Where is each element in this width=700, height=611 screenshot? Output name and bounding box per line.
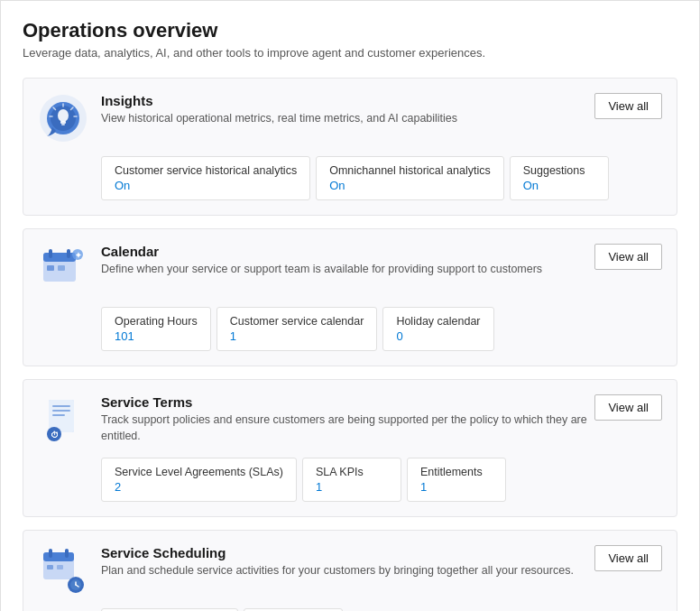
- svg-rect-28: [49, 549, 52, 558]
- page-subtitle: Leverage data, analytics, AI, and other …: [23, 46, 677, 60]
- item-value-service-terms-1[interactable]: 1: [316, 480, 388, 494]
- items-row-calendar: Operating Hours 101 Customer service cal…: [101, 307, 662, 351]
- view-all-button-service-scheduling[interactable]: View all: [594, 545, 662, 571]
- svg-point-3: [58, 109, 69, 122]
- section-top-calendar: ✦ Calendar Define when your service or s…: [38, 244, 662, 294]
- section-service-scheduling: Service Scheduling Plan and schedule ser…: [23, 530, 677, 611]
- item-value-service-terms-2[interactable]: 1: [420, 480, 493, 494]
- item-label-calendar-0: Operating Hours: [115, 315, 198, 328]
- item-card-calendar-0: Operating Hours 101: [101, 307, 211, 351]
- section-insights: Insights View historical operational met…: [23, 78, 677, 216]
- item-label-calendar-1: Customer service calendar: [230, 315, 364, 328]
- view-all-button-service-terms[interactable]: View all: [594, 394, 662, 421]
- section-title-insights: Insights: [101, 93, 594, 108]
- item-value-insights-2[interactable]: On: [523, 179, 595, 192]
- svg-rect-12: [43, 253, 76, 262]
- item-card-service-terms-1: SLA KPIs 1: [302, 458, 401, 502]
- view-all-button-insights[interactable]: View all: [594, 93, 662, 119]
- svg-rect-13: [49, 249, 52, 258]
- svg-rect-16: [58, 265, 65, 271]
- item-label-insights-0: Customer service historical analytics: [115, 164, 297, 177]
- section-info-service-terms: Service Terms Track support policies and…: [101, 394, 594, 444]
- section-left-service-scheduling: Service Scheduling Plan and schedule ser…: [38, 545, 594, 596]
- item-card-calendar-1: Customer service calendar 1: [216, 307, 378, 351]
- svg-rect-30: [47, 565, 53, 569]
- section-desc-service-terms: Track support policies and ensure custom…: [101, 412, 594, 444]
- item-card-insights-2: Suggestions On: [510, 156, 609, 200]
- section-top-service-scheduling: Service Scheduling Plan and schedule ser…: [38, 545, 662, 596]
- section-info-calendar: Calendar Define when your service or sup…: [101, 244, 594, 278]
- section-calendar: ✦ Calendar Define when your service or s…: [23, 228, 677, 366]
- section-left-service-terms: ⏱ Service Terms Track support policies a…: [38, 394, 594, 445]
- item-label-insights-2: Suggestions: [523, 164, 595, 177]
- svg-rect-29: [65, 549, 69, 558]
- item-value-insights-0[interactable]: On: [115, 179, 297, 192]
- section-title-service-terms: Service Terms: [101, 394, 594, 410]
- item-value-calendar-2[interactable]: 0: [396, 329, 480, 343]
- svg-rect-4: [60, 121, 66, 124]
- item-label-service-terms-2: Entitlements: [420, 466, 493, 478]
- items-row-service-terms: Service Level Agreements (SLAs) 2 SLA KP…: [101, 458, 662, 502]
- service-terms-icon: ⏱: [38, 394, 88, 445]
- view-all-button-calendar[interactable]: View all: [594, 244, 662, 270]
- svg-rect-23: [52, 414, 65, 416]
- svg-rect-14: [67, 249, 70, 258]
- item-value-calendar-1[interactable]: 1: [230, 329, 364, 343]
- svg-text:✦: ✦: [75, 251, 82, 260]
- calendar-icon: ✦: [38, 244, 88, 294]
- item-label-calendar-2: Holiday calendar: [396, 315, 480, 328]
- item-card-insights-1: Omnichannel historical analytics On: [316, 156, 504, 200]
- section-desc-insights: View historical operational metrics, rea…: [101, 111, 594, 127]
- section-title-calendar: Calendar: [101, 244, 594, 259]
- service-scheduling-icon: [38, 545, 88, 596]
- item-value-calendar-0[interactable]: 101: [115, 329, 198, 343]
- svg-rect-21: [52, 405, 70, 407]
- svg-rect-22: [52, 410, 70, 412]
- section-top-insights: Insights View historical operational met…: [38, 93, 662, 143]
- section-service-terms: ⏱ Service Terms Track support policies a…: [23, 379, 677, 517]
- page-container: Operations overview Leverage data, analy…: [0, 0, 700, 611]
- section-left-insights: Insights View historical operational met…: [38, 93, 594, 143]
- insights-icon: [38, 93, 88, 143]
- item-card-service-terms-2: Entitlements 1: [407, 458, 506, 502]
- svg-rect-27: [43, 552, 74, 561]
- section-info-insights: Insights View historical operational met…: [101, 93, 594, 127]
- page-title: Operations overview: [23, 19, 677, 42]
- sections-container: Insights View historical operational met…: [23, 78, 677, 611]
- item-card-insights-0: Customer service historical analytics On: [101, 156, 310, 200]
- section-top-service-terms: ⏱ Service Terms Track support policies a…: [38, 394, 662, 445]
- item-value-service-terms-0[interactable]: 2: [115, 480, 283, 494]
- section-desc-service-scheduling: Plan and schedule service activities for…: [101, 563, 594, 579]
- item-card-calendar-2: Holiday calendar 0: [382, 307, 493, 351]
- item-card-service-terms-0: Service Level Agreements (SLAs) 2: [101, 458, 297, 502]
- section-left-calendar: ✦ Calendar Define when your service or s…: [38, 244, 594, 294]
- section-title-service-scheduling: Service Scheduling: [101, 545, 594, 560]
- item-label-insights-1: Omnichannel historical analytics: [329, 164, 491, 177]
- section-desc-calendar: Define when your service or support team…: [101, 262, 594, 278]
- svg-rect-31: [57, 565, 63, 569]
- item-value-insights-1[interactable]: On: [329, 179, 491, 192]
- item-label-service-terms-1: SLA KPIs: [316, 466, 388, 478]
- items-row-insights: Customer service historical analytics On…: [101, 156, 662, 200]
- svg-rect-5: [61, 124, 65, 125]
- svg-rect-15: [47, 265, 54, 271]
- svg-text:⏱: ⏱: [51, 430, 59, 440]
- item-label-service-terms-0: Service Level Agreements (SLAs): [115, 466, 283, 478]
- section-info-service-scheduling: Service Scheduling Plan and schedule ser…: [101, 545, 594, 579]
